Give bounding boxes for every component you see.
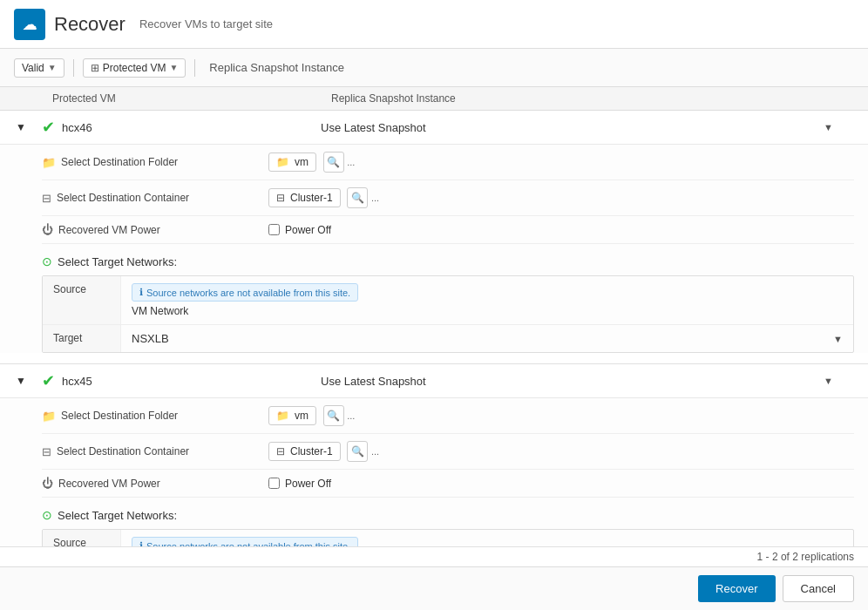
- power-label-text-hcx45: Recovered VM Power: [58, 478, 160, 490]
- main-content: Protected VM Replica Snapshot Instance ▼…: [0, 87, 868, 566]
- vm-settings-hcx45: 📁 Select Destination Folder 📁 vm 🔍 ...: [42, 398, 854, 498]
- container-label-hcx45: ⊟ Select Destination Container: [42, 445, 268, 458]
- net-source-value-hcx45: ℹ Source networks are not available from…: [121, 530, 853, 546]
- info-icon-hcx46: ℹ: [139, 287, 143, 298]
- vm-row-hcx46: ▼ ✔ hcx46 Use Latest Snapshot ▼: [0, 111, 868, 364]
- toolbar: Valid ▼ ⊞ Protected VM ▼ Replica Snapsho…: [0, 49, 868, 87]
- folder-value-hcx45: 📁 vm 🔍 ...: [268, 405, 854, 426]
- app-window: ☁ Recover Recover VMs to target site Val…: [0, 0, 868, 610]
- vm-expanded-hcx45: 📁 Select Destination Folder 📁 vm 🔍 ...: [0, 397, 868, 546]
- vm-row-header-hcx46[interactable]: ▼ ✔ hcx46 Use Latest Snapshot ▼: [0, 111, 868, 144]
- col-expand: [0, 92, 42, 105]
- setting-container-hcx46: ⊟ Select Destination Container ⊟ Cluster…: [42, 180, 854, 216]
- filter-valid[interactable]: Valid ▼: [14, 58, 64, 78]
- power-value-hcx45: Power Off: [268, 478, 854, 490]
- networks-table-hcx46: Source ℹ Source networks are not availab…: [42, 275, 854, 353]
- folder-label-text-hcx46: Select Destination Folder: [61, 156, 178, 168]
- col-protected-vm: Protected VM: [42, 92, 321, 105]
- source-info-text-hcx46: Source networks are not available from t…: [146, 288, 350, 298]
- network-icon-hcx46: ⊙: [42, 254, 52, 268]
- container-icon-hcx46: ⊟: [42, 192, 51, 205]
- source-info-badge-hcx45: ℹ Source networks are not available from…: [132, 537, 358, 546]
- folder-btn-hcx45[interactable]: 📁 vm: [268, 406, 316, 425]
- scroll-area[interactable]: ▼ ✔ hcx46 Use Latest Snapshot ▼: [0, 111, 868, 546]
- net-source-row-hcx46: Source ℹ Source networks are not availab…: [43, 276, 853, 325]
- container-btn-icon-hcx45: ⊟: [276, 445, 285, 458]
- vm-status-hcx46: ✔ hcx46: [42, 118, 321, 137]
- vm-expanded-hcx46: 📁 Select Destination Folder 📁 vm 🔍 ...: [0, 144, 868, 353]
- container-ellipsis-hcx46: ...: [371, 193, 379, 203]
- replica-snapshot-label: Replica Snapshot Instance: [209, 61, 344, 74]
- info-icon-hcx45: ℹ: [139, 540, 143, 546]
- net-target-value-hcx46: NSXLB ▼: [121, 325, 853, 352]
- expand-btn-hcx45[interactable]: ▼: [0, 375, 42, 387]
- container-ellipsis-hcx45: ...: [371, 446, 379, 457]
- cancel-button[interactable]: Cancel: [783, 575, 854, 602]
- net-source-label-hcx45: Source: [43, 530, 121, 546]
- folder-search-btn-hcx46[interactable]: 🔍: [323, 152, 344, 173]
- container-label-hcx46: ⊟ Select Destination Container: [42, 192, 268, 205]
- container-label-text-hcx45: Select Destination Container: [57, 445, 189, 458]
- vm-name-hcx45: hcx45: [62, 375, 92, 388]
- vm-row-header-hcx45[interactable]: ▼ ✔ hcx45 Use Latest Snapshot ▼: [0, 364, 868, 397]
- filter-protected-vm[interactable]: ⊞ Protected VM ▼: [83, 58, 186, 78]
- folder-ellipsis-hcx46: ...: [347, 157, 355, 167]
- network-icon-hcx45: ⊙: [42, 508, 52, 522]
- net-source-value-hcx46: ℹ Source networks are not available from…: [121, 276, 853, 324]
- container-btn-hcx46[interactable]: ⊟ Cluster-1: [268, 188, 341, 207]
- source-info-text-hcx45: Source networks are not available from t…: [146, 541, 350, 547]
- power-checkbox-hcx45[interactable]: [268, 478, 280, 489]
- setting-power-hcx45: ⏻ Recovered VM Power Power Off: [42, 470, 854, 498]
- svg-text:☁: ☁: [23, 17, 37, 32]
- net-source-label-hcx46: Source: [43, 276, 121, 324]
- vm-snapshot-hcx46: Use Latest Snapshot ▼: [321, 121, 840, 134]
- folder-search-btn-hcx45[interactable]: 🔍: [323, 405, 344, 426]
- folder-btn-hcx46[interactable]: 📁 vm: [268, 152, 316, 172]
- container-btn-hcx45[interactable]: ⊟ Cluster-1: [268, 442, 341, 461]
- snapshot-value-hcx46: Use Latest Snapshot: [321, 121, 818, 134]
- target-network-hcx46: NSXLB: [132, 332, 169, 345]
- snapshot-caret-hcx46: ▼: [824, 122, 840, 132]
- filter-divider-1: [73, 59, 74, 77]
- container-search-btn-hcx46[interactable]: 🔍: [347, 187, 368, 208]
- footer: Recover Cancel: [0, 566, 868, 610]
- recover-button[interactable]: Recover: [698, 575, 775, 602]
- status-ok-icon-hcx46: ✔: [42, 118, 55, 137]
- filter-divider-2: [194, 59, 195, 77]
- source-vm-network-hcx46: VM Network: [132, 305, 843, 317]
- app-logo-icon: ☁: [14, 9, 45, 40]
- container-value-hcx45: ⊟ Cluster-1 🔍 ...: [268, 441, 854, 462]
- container-btn-text-hcx45: Cluster-1: [290, 445, 333, 458]
- snapshot-caret-hcx45: ▼: [824, 376, 840, 386]
- setting-folder-hcx45: 📁 Select Destination Folder 📁 vm 🔍 ...: [42, 398, 854, 434]
- folder-ellipsis-hcx45: ...: [347, 410, 355, 421]
- power-label-hcx46: ⏻ Recovered VM Power: [42, 223, 268, 236]
- folder-value-hcx46: 📁 vm 🔍 ...: [268, 152, 854, 173]
- folder-btn-text-hcx46: vm: [295, 156, 309, 168]
- networks-table-hcx45: Source ℹ Source networks are not availab…: [42, 529, 854, 546]
- power-check-label-hcx45: Power Off: [285, 478, 331, 490]
- vm-row-hcx45: ▼ ✔ hcx45 Use Latest Snapshot ▼: [0, 364, 868, 546]
- table-header: Protected VM Replica Snapshot Instance: [0, 87, 868, 111]
- header: ☁ Recover Recover VMs to target site: [0, 0, 868, 49]
- protected-vm-icon: ⊞: [91, 62, 99, 74]
- footer-buttons: Recover Cancel: [698, 575, 854, 602]
- vm-status-hcx45: ✔ hcx45: [42, 371, 321, 390]
- networks-title-text-hcx45: Select Target Networks:: [58, 509, 177, 522]
- setting-power-hcx46: ⏻ Recovered VM Power Power Off: [42, 216, 854, 244]
- col-snapshot: Replica Snapshot Instance: [321, 92, 868, 105]
- net-target-label-hcx46: Target: [43, 325, 121, 352]
- vm-name-hcx46: hcx46: [62, 121, 92, 134]
- net-source-row-hcx45: Source ℹ Source networks are not availab…: [43, 530, 853, 546]
- folder-label-hcx45: 📁 Select Destination Folder: [42, 410, 268, 423]
- container-btn-text-hcx46: Cluster-1: [290, 192, 333, 204]
- container-search-btn-hcx45[interactable]: 🔍: [347, 441, 368, 462]
- folder-icon-hcx45: 📁: [42, 410, 56, 423]
- folder-icon-hcx46: 📁: [42, 156, 56, 169]
- networks-title-hcx45: ⊙ Select Target Networks:: [42, 508, 854, 522]
- power-check-hcx45[interactable]: Power Off: [268, 478, 854, 490]
- networks-hcx46: ⊙ Select Target Networks: Source ℹ: [42, 254, 854, 353]
- power-check-hcx46[interactable]: Power Off: [268, 224, 854, 236]
- power-checkbox-hcx46[interactable]: [268, 224, 280, 235]
- expand-btn-hcx46[interactable]: ▼: [0, 121, 42, 133]
